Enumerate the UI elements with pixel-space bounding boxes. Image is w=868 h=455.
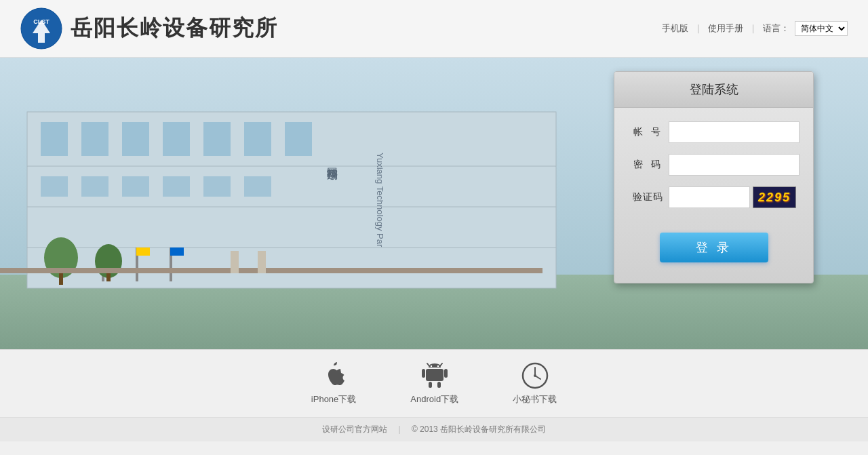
- captcha-label: 验证码: [628, 191, 663, 203]
- svg-rect-34: [258, 251, 266, 273]
- svg-rect-43: [444, 369, 448, 378]
- svg-rect-16: [41, 176, 68, 197]
- svg-rect-14: [244, 122, 271, 156]
- xsecret-download[interactable]: 小秘书下载: [513, 362, 557, 405]
- lang-label: 语言：: [763, 22, 789, 35]
- login-button-row: 登 录: [614, 233, 813, 262]
- copyright: © 2013 岳阳长岭设备研究所有限公司: [412, 424, 546, 435]
- svg-rect-10: [81, 122, 108, 156]
- main-area: 宇翔科技园 Yuxiang Technology Par 登陆系统 帐 号 密 …: [0, 58, 868, 349]
- header-nav: 手机版 ｜ 使用手册 ｜ 语言： 简体中文 English: [662, 21, 848, 36]
- language-select[interactable]: 简体中文 English: [795, 21, 848, 36]
- footer-sep: ｜: [395, 424, 403, 435]
- footer: 设研公司官方网站 ｜ © 2013 岳阳长岭设备研究所有限公司: [0, 417, 868, 441]
- android-download[interactable]: Android下载: [410, 362, 458, 405]
- header: CLST 岳阳长岭设备研究所 手机版 ｜ 使用手册 ｜ 语言： 简体中文 Eng…: [0, 0, 868, 58]
- account-row: 帐 号: [628, 121, 800, 143]
- svg-rect-26: [136, 248, 150, 256]
- svg-rect-33: [231, 251, 239, 273]
- svg-rect-17: [81, 176, 108, 197]
- login-title: 登陆系统: [614, 72, 813, 108]
- svg-rect-45: [437, 382, 441, 388]
- xsecret-download-label: 小秘书下载: [513, 393, 557, 405]
- password-label: 密 码: [628, 159, 663, 171]
- svg-rect-41: [426, 369, 443, 381]
- iphone-download[interactable]: iPhone下载: [311, 362, 356, 405]
- svg-rect-27: [170, 248, 184, 256]
- svg-point-39: [431, 365, 432, 366]
- password-input[interactable]: [669, 154, 800, 176]
- svg-rect-9: [41, 122, 68, 156]
- captcha-text: 2295: [758, 191, 791, 205]
- password-row: 密 码: [628, 154, 800, 176]
- logo-area: CLST 岳阳长岭设备研究所: [20, 7, 278, 50]
- svg-rect-13: [203, 122, 231, 156]
- svg-point-49: [534, 374, 536, 377]
- company-link[interactable]: 设研公司官方网站: [322, 424, 387, 435]
- logo-icon: CLST: [20, 7, 62, 50]
- svg-rect-21: [244, 176, 271, 197]
- svg-rect-42: [422, 369, 425, 378]
- svg-rect-11: [122, 122, 149, 156]
- download-section: iPhone下载 Android下载: [0, 349, 868, 417]
- account-label: 帐 号: [628, 126, 663, 138]
- captcha-input[interactable]: [669, 186, 750, 208]
- svg-rect-32: [0, 268, 542, 273]
- login-form: 帐 号 密 码 验证码 2295: [614, 108, 813, 226]
- android-download-label: Android下载: [410, 393, 458, 405]
- mobile-link[interactable]: 手机版: [662, 22, 688, 35]
- svg-rect-18: [122, 176, 149, 197]
- svg-rect-44: [429, 382, 432, 388]
- apple-icon: [320, 362, 347, 389]
- svg-rect-19: [163, 176, 190, 197]
- site-title: 岳阳长岭设备研究所: [71, 14, 278, 43]
- login-button[interactable]: 登 录: [660, 233, 768, 262]
- svg-text:Yuxiang Technology Par: Yuxiang Technology Par: [375, 153, 385, 248]
- clock-icon: [521, 362, 549, 389]
- nav-sep-1: ｜: [694, 22, 703, 35]
- svg-rect-15: [285, 122, 312, 156]
- svg-rect-12: [163, 122, 190, 156]
- login-dialog: 登陆系统 帐 号 密 码 验证码 2295 登 录: [614, 71, 814, 283]
- account-input[interactable]: [669, 121, 800, 143]
- manual-link[interactable]: 使用手册: [708, 22, 743, 35]
- nav-sep-2: ｜: [749, 22, 757, 35]
- iphone-download-label: iPhone下载: [311, 393, 356, 405]
- captcha-image[interactable]: 2295: [753, 186, 796, 208]
- svg-point-40: [437, 365, 439, 366]
- svg-rect-20: [203, 176, 231, 197]
- android-icon: [421, 362, 448, 389]
- captcha-row: 验证码 2295: [628, 186, 800, 208]
